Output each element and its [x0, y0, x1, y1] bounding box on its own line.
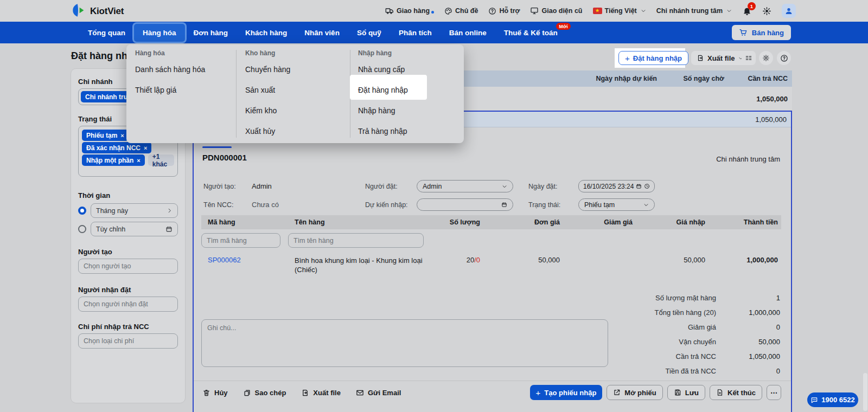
nav-phan-tich[interactable]: Phân tích [390, 22, 441, 43]
nav-ban-online[interactable]: Bán online [441, 22, 495, 43]
trang-thai-label: Trạng thái [78, 115, 112, 123]
file-x-icon [716, 389, 724, 396]
xuat-file-footer-button[interactable]: Xuất file [301, 389, 341, 397]
trash-icon [202, 389, 210, 397]
menu-dat-hang-nhap[interactable]: Đặt hàng nhập [358, 83, 408, 96]
menu-thiet-lap-gia[interactable]: Thiết lập giá [135, 83, 176, 96]
menu-xuat-huy[interactable]: Xuất hủy [245, 125, 275, 138]
status-tag[interactable]: Đã xác nhận NCC× [82, 142, 151, 153]
nav-khach-hang[interactable]: Khách hàng [237, 22, 296, 43]
menu-nha-cung-cap[interactable]: Nhà cung cấp [358, 63, 405, 76]
du-kien-nhap-datepicker[interactable] [417, 198, 513, 211]
chi-phi-input[interactable] [78, 333, 178, 349]
page-settings-button[interactable] [759, 51, 773, 65]
col-ngay-nhap-du-kien[interactable]: Ngày nhập dự kiến [596, 70, 657, 87]
note-textarea[interactable] [201, 319, 608, 367]
time-radio-selected[interactable] [78, 207, 86, 215]
status-tag[interactable]: Phiếu tạm× [82, 130, 129, 141]
trang-thai-select[interactable]: Phiếu tạm [578, 198, 655, 211]
dat-hang-nhap-button[interactable]: + Đặt hàng nhập [618, 51, 688, 65]
nguoi-tao-input[interactable] [78, 259, 178, 274]
gui-email-button[interactable]: Gửi Email [356, 389, 401, 397]
xuat-file-button[interactable]: Xuất file [691, 51, 749, 65]
copy-icon [243, 389, 251, 397]
order-summary: Số lượng mặt hàng1 Tổng tiền hàng (20)1,… [655, 291, 780, 378]
menu-col-hang-hoa-title: Hàng hóa [135, 49, 165, 57]
tao-phieu-nhap-button[interactable]: + Tạo phiếu nhập [530, 385, 603, 400]
product-code-link[interactable]: SP000062 [208, 256, 241, 264]
help-bubble-icon [488, 7, 496, 15]
time-custom-select[interactable]: Tùy chỉnh [91, 222, 178, 236]
nav-thue-ke-toan[interactable]: Thuế & Kế toán Mới [495, 22, 566, 43]
export-icon [697, 54, 704, 62]
user-avatar[interactable] [782, 4, 796, 18]
monitor-icon [530, 7, 539, 15]
topbar-giao-dien-cu[interactable]: Giao diện cũ [530, 7, 582, 15]
time-preset-select[interactable]: Tháng này [91, 203, 178, 218]
trang-thai-field-label: Trạng thái: [528, 198, 560, 211]
remove-tag-icon[interactable]: × [120, 132, 124, 139]
mo-phieu-button[interactable]: Mở phiếu [607, 385, 662, 400]
product-gia-nhap: 50,000 [684, 256, 705, 264]
more-actions-button[interactable]: ⋯ [767, 385, 781, 400]
ngay-dat-datepicker[interactable]: 16/10/2025 23:24 [578, 180, 655, 192]
kiotviet-logo[interactable]: KiotViet [72, 3, 124, 20]
product-row[interactable]: SP000062 Bình hoa khung kim loại - Khung… [201, 250, 781, 280]
menu-nhap-hang[interactable]: Nhập hàng [358, 104, 395, 117]
cart-icon [739, 28, 748, 37]
notifications-button[interactable]: 1 [742, 6, 752, 16]
nav-tong-quan[interactable]: Tổng quan [79, 22, 134, 43]
menu-danh-sach-hang-hoa[interactable]: Danh sách hàng hóa [135, 63, 205, 76]
menu-kiem-kho[interactable]: Kiểm kho [245, 104, 277, 117]
support-phone-button[interactable]: 1900 6522 [807, 392, 858, 407]
search-product-code-input[interactable] [201, 233, 280, 248]
menu-divider [236, 50, 237, 138]
topbar-ho-tro[interactable]: Hỗ trợ [488, 7, 520, 15]
search-product-name-input[interactable] [288, 233, 424, 248]
summary-row: Cần trả NCC1,050,000 [655, 349, 780, 364]
nav-so-quy[interactable]: Sổ quỹ [348, 22, 390, 43]
footer-divider [194, 381, 791, 381]
col-thanh-tien: Thành tiền [744, 215, 778, 229]
nguoi-nhan-dat-input[interactable] [78, 297, 178, 312]
nav-don-hang[interactable]: Đơn hàng [185, 22, 237, 43]
topbar-chu-de[interactable]: Chủ đề [444, 7, 478, 15]
menu-chuyen-hang[interactable]: Chuyển hàng [245, 63, 290, 76]
nav-hang-hoa[interactable]: Hàng hóa [134, 24, 185, 42]
ket-thuc-button[interactable]: Kết thúc [710, 385, 762, 400]
col-so-ngay-cho[interactable]: Số ngày chờ [683, 70, 724, 87]
chevron-down-icon [641, 8, 646, 14]
settings-button[interactable] [762, 7, 771, 16]
menu-san-xuat[interactable]: Sản xuất [245, 83, 275, 96]
sao-chep-button[interactable]: Sao chép [243, 389, 286, 397]
product-table-header: Mã hàng Tên hàng Số lượng Đơn giá Giảm g… [201, 215, 781, 229]
col-can-tra-ncc[interactable]: Cần trả NCC [748, 70, 788, 87]
topbar: KiotViet Giao hàng Chủ đề Hỗ trợ Giao di… [0, 0, 868, 22]
branch-selector[interactable]: Chi nhánh trung tâm [656, 7, 732, 15]
language-selector[interactable]: ★ Tiếng Việt [593, 7, 646, 15]
gear-icon [762, 7, 771, 16]
time-radio-custom[interactable] [78, 225, 86, 233]
remove-tag-icon[interactable]: × [144, 145, 147, 151]
luu-button[interactable]: Lưu [667, 385, 705, 400]
scrollbar-thumb[interactable] [863, 373, 867, 411]
topbar-menu: Giao hàng Chủ đề Hỗ trợ Giao diện cũ ★ T… [385, 0, 796, 22]
nav-nhan-vien[interactable]: Nhân viên [296, 22, 348, 43]
ban-hang-button[interactable]: Bán hàng [732, 25, 791, 40]
summary-row: Tổng tiền hàng (20)1,000,000 [655, 305, 780, 320]
huy-button[interactable]: Hủy [202, 389, 228, 397]
thoi-gian-label: Thời gian [78, 191, 110, 199]
calendar-icon [165, 226, 173, 233]
status-tag[interactable]: Nhập một phần× [82, 154, 145, 166]
calendar-icon [636, 183, 642, 189]
chi-nhanh-label: Chi nhánh [78, 78, 113, 86]
column-settings-button[interactable] [742, 51, 756, 65]
topbar-giao-hang[interactable]: Giao hàng [385, 7, 434, 15]
person-icon [784, 7, 793, 15]
menu-tra-hang-nhap[interactable]: Trả hàng nhập [358, 125, 407, 138]
remove-tag-icon[interactable]: × [137, 157, 140, 164]
nguoi-dat-select[interactable]: Admin [417, 180, 513, 192]
help-button[interactable] [777, 51, 791, 65]
expanded-can-tra-value: 1,050,000 [755, 112, 787, 127]
more-tags-badge[interactable]: +1 khác [148, 154, 174, 166]
